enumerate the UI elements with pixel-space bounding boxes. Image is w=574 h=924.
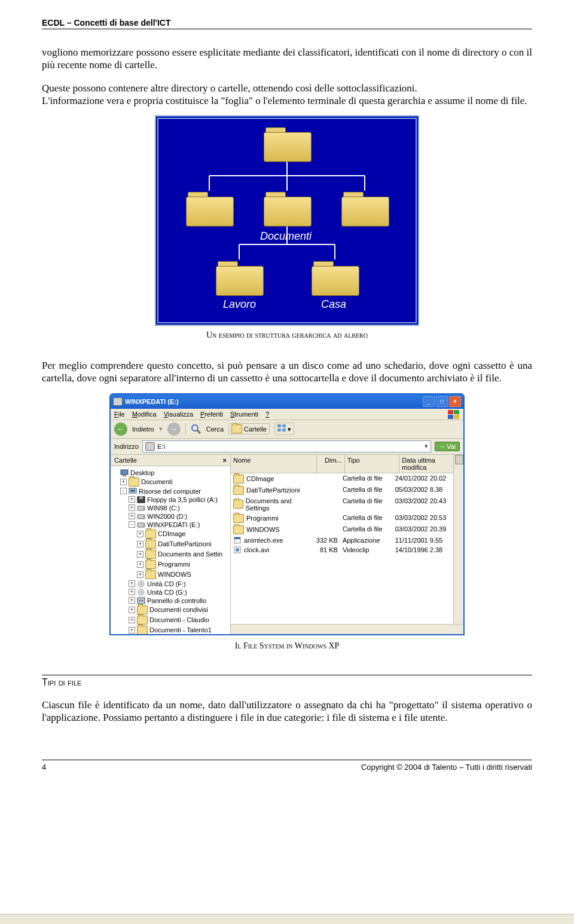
column-type[interactable]: Tipo	[345, 455, 400, 473]
window-titlebar[interactable]: WINXPEDATI (E:) _ □ ×	[111, 394, 463, 409]
tree-item[interactable]: +Programmi	[112, 559, 229, 570]
menu-favorites[interactable]: Preferiti	[200, 411, 223, 418]
forward-button[interactable]: →	[167, 423, 181, 436]
expand-icon[interactable]: +	[129, 589, 135, 595]
svg-rect-18	[282, 429, 286, 432]
tree-item[interactable]: +Unità CD (G:)	[112, 588, 229, 596]
tree-item[interactable]: +Documenti - Talento1	[112, 625, 229, 634]
window-title: WINXPEDATI (E:)	[125, 398, 179, 405]
tree-item[interactable]: +Documenti condivisi	[112, 605, 229, 615]
svg-point-42	[236, 548, 239, 552]
svg-point-30	[143, 525, 144, 526]
expand-icon[interactable]: +	[129, 496, 135, 503]
section-heading: Tipi di file	[42, 675, 532, 688]
menu-view[interactable]: Visualizza	[164, 411, 193, 418]
tree-item[interactable]: +WIN2000 (D:)	[112, 512, 229, 521]
diagram-label: Documenti	[260, 230, 312, 243]
tree-item[interactable]: Desktop	[112, 469, 229, 477]
address-label: Indirizzo	[114, 443, 139, 450]
menu-edit[interactable]: Modifica	[132, 411, 157, 418]
svg-point-32	[141, 583, 142, 585]
vertical-scrollbar[interactable]	[453, 455, 463, 634]
expand-icon[interactable]: +	[129, 504, 135, 511]
search-icon	[191, 424, 201, 435]
tree-item[interactable]: +CDImage	[112, 529, 229, 539]
diagram-label: Casa	[321, 298, 346, 311]
column-name[interactable]: Nome	[231, 455, 317, 473]
drive-icon	[113, 397, 123, 406]
paragraph: Queste possono contenere altre directory…	[42, 82, 532, 108]
paragraph: vogliono memorizzare possono essere espl…	[42, 46, 532, 72]
horizontal-scrollbar[interactable]	[231, 624, 463, 634]
svg-rect-16	[282, 424, 286, 427]
folder-icon	[231, 424, 242, 433]
tree-item[interactable]: +Floppy da 3,5 pollici (A:)	[112, 495, 229, 504]
expand-icon[interactable]: +	[137, 571, 144, 578]
tree-item[interactable]: -WINXPEDATI (E:)	[112, 521, 229, 529]
svg-point-34	[141, 591, 142, 593]
go-button[interactable]: → Vai	[435, 442, 460, 451]
file-row[interactable]: ProgrammiCartella di file03/03/2002 20.5…	[231, 513, 454, 524]
expand-icon[interactable]: +	[129, 617, 135, 623]
search-button[interactable]: Cerca	[206, 426, 224, 433]
svg-point-37	[141, 599, 144, 602]
page-footer: 4 Copyright © 2004 di Talento – Tutti i …	[42, 760, 532, 772]
expand-icon[interactable]: +	[137, 531, 144, 537]
expand-icon[interactable]: +	[137, 541, 144, 547]
expand-icon[interactable]: -	[120, 488, 127, 494]
back-button[interactable]: ←	[114, 423, 127, 436]
diagram-label: Lavoro	[223, 298, 256, 311]
tree-item[interactable]: +WIN98 (C:)	[112, 504, 229, 512]
drive-icon	[145, 442, 155, 451]
svg-line-14	[197, 430, 200, 433]
paragraph: Per meglio comprendere questo concetto, …	[42, 359, 532, 385]
file-row[interactable]: clock.avi81 KBVideoclip14/10/1996 2.38	[231, 545, 454, 555]
tree-item[interactable]: +WINDOWS	[112, 570, 229, 580]
svg-rect-9	[448, 410, 453, 414]
menu-tools[interactable]: Strumenti	[230, 411, 258, 418]
menubar: File Modifica Visualizza Preferiti Strum…	[111, 409, 463, 420]
tree-item[interactable]: +Unità CD (F:)	[112, 580, 229, 588]
minimize-button[interactable]: _	[423, 396, 435, 407]
windows-flag-icon	[448, 410, 460, 420]
expand-icon[interactable]: +	[137, 551, 144, 558]
dropdown-icon[interactable]: ▾	[159, 425, 163, 433]
menu-help[interactable]: ?	[265, 411, 269, 418]
expand-icon[interactable]: +	[129, 513, 135, 519]
svg-rect-17	[277, 429, 281, 432]
expand-icon[interactable]: +	[120, 479, 127, 485]
svg-rect-11	[448, 415, 453, 419]
file-row[interactable]: animtech.exe332 KBApplicazione11/11/2001…	[231, 536, 454, 545]
views-button[interactable]: ▾	[274, 423, 294, 435]
svg-point-26	[143, 508, 144, 509]
maximize-button[interactable]: □	[436, 396, 448, 407]
file-row[interactable]: CDImageCartella di file24/01/2002 20.02	[231, 473, 454, 485]
tree-header: Cartelle	[114, 457, 137, 464]
expand-icon[interactable]: -	[129, 521, 135, 528]
expand-icon[interactable]: +	[129, 627, 135, 634]
expand-icon[interactable]: +	[129, 580, 135, 587]
close-button[interactable]: ×	[449, 396, 461, 407]
folders-button[interactable]: Cartelle	[228, 423, 270, 435]
expand-icon[interactable]: +	[129, 607, 135, 613]
tree-item[interactable]: +DatiTuttePartizioni	[112, 539, 229, 549]
expand-icon[interactable]: +	[137, 561, 144, 568]
file-row[interactable]: DatiTuttePartizioniCartella di file05/03…	[231, 485, 454, 496]
address-field[interactable]: E:\ ▾	[142, 440, 431, 452]
tree-item[interactable]: +Documenti	[112, 477, 229, 487]
tree-item[interactable]: -Risorse del computer	[112, 487, 229, 495]
figure-caption: Il File System in Windows XP	[42, 641, 532, 651]
tree-close-icon[interactable]: ×	[223, 457, 227, 464]
file-row[interactable]: Documents and SettingsCartella di file03…	[231, 496, 454, 513]
svg-rect-12	[454, 415, 459, 419]
tree-item[interactable]: +Documents and Settin	[112, 549, 229, 559]
tree-item[interactable]: +Pannello di controllo	[112, 596, 229, 605]
file-list-pane: Nome Dim... Tipo Data ultima modifica CD…	[231, 455, 463, 634]
svg-point-36	[139, 599, 141, 602]
svg-rect-22	[130, 489, 135, 492]
expand-icon[interactable]: +	[129, 597, 135, 604]
column-size[interactable]: Dim...	[317, 455, 345, 473]
file-row[interactable]: WINDOWSCartella di file03/03/2002 20.39	[231, 524, 454, 536]
menu-file[interactable]: File	[114, 411, 125, 418]
tree-item[interactable]: +Documenti - Claudio	[112, 615, 229, 625]
